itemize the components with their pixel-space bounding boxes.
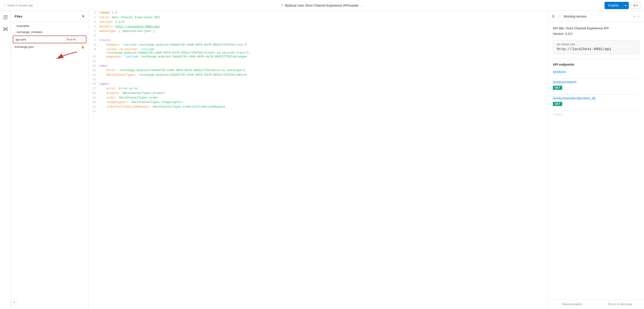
code-line-20: 20 shoppingCart: OmniChannelTypes.shoppi…	[88, 100, 548, 105]
chevron-right-icon: ›	[14, 24, 15, 27]
divider-2	[553, 78, 640, 78]
svg-point-5	[4, 28, 4, 28]
code-editor[interactable]: 1 #%RAML 1.0 2 title: Omni Channel Exper…	[88, 11, 548, 309]
svg-line-11	[4, 30, 5, 30]
code-line-14: 14 OmniChannelTypes: /exchange_modules/3…	[88, 73, 548, 78]
root-file-badge: Root file	[65, 37, 78, 42]
svg-point-7	[4, 30, 4, 31]
topbar: ✓ Saved 2 minutes ago ⑂ Mythical User Om…	[0, 0, 644, 11]
more-options-icon[interactable]: ⋮	[81, 38, 84, 41]
tree-item-api-raml[interactable]: api.raml Root file ⋮	[13, 36, 86, 43]
code-line-5: 5 mediaType: [ application/json ]	[88, 29, 548, 34]
code-line-7: 7 traits:	[88, 38, 548, 43]
tab-documentation[interactable]: Documentation	[548, 300, 596, 309]
right-panel: ☰ 🛡 Mocking service × — API title: Omni …	[548, 11, 644, 309]
file-tree: › examples › exchange_modules api.raml R…	[11, 22, 88, 309]
file-name-api-raml: api.raml	[16, 38, 64, 41]
right-panel-header: ☰ 🛡 Mocking service × —	[548, 11, 644, 22]
files-icon[interactable]	[2, 14, 9, 21]
topbar-left: ✓ Saved 2 minutes ago	[4, 4, 33, 7]
tree-item-examples[interactable]: › examples	[11, 23, 88, 29]
files-title: Files	[14, 14, 22, 18]
shield-icon: 🛡	[558, 14, 561, 18]
main-layout: Files + › examples › exchange_modules ap…	[0, 11, 644, 309]
settings-dropdown-arrow: ▾	[636, 4, 638, 7]
code-line-11: 11	[88, 59, 548, 64]
endpoint-path-products[interactable]: /products	[553, 70, 640, 74]
tree-item-exchange-json[interactable]: exchange.json 🔒	[11, 44, 88, 50]
topbar-center: ⑂ Mythical User Omni Channel Experience …	[281, 4, 363, 8]
code-line-6: 6	[88, 34, 548, 38]
code-line-1: 1 #%RAML 1.0	[88, 11, 548, 16]
endpoint-path-products-product-id[interactable]: /products/product/{product_id}	[553, 96, 640, 100]
endpoint-products: /products	[553, 70, 640, 74]
topbar-right: Publish ▾ ⚙ ▾	[604, 2, 640, 9]
endpoint-products-search: /products/search GET	[553, 80, 640, 90]
code-line-16: 16 types:	[88, 82, 548, 86]
code-line-12: 12 uses:	[88, 64, 548, 68]
endpoint-products-product-id: /products/product/{product_id} GET	[553, 96, 640, 106]
api-version-row: Version: 4.0.0	[553, 32, 640, 36]
file-panel-header: Files +	[11, 11, 88, 22]
code-line-3: 3 version: 4.0.0	[88, 20, 548, 24]
api-base-uri-box: API base URI http://localhost:8081/api	[553, 40, 640, 54]
version-label: Version:	[553, 32, 564, 36]
collapse-panel-button[interactable]: <	[11, 299, 17, 305]
api-info-section: API title: Omni Channel Experience API V…	[553, 26, 640, 36]
endpoint-path-products-search[interactable]: /products/search	[553, 80, 640, 84]
close-icon[interactable]: ×	[634, 14, 635, 18]
branch-dropdown-icon[interactable]: ⌄	[360, 4, 363, 7]
divider-3	[553, 94, 640, 94]
api-title-value: Omni Channel Experience API	[566, 26, 609, 30]
right-panel-header-left: ☰ 🛡 Mocking service	[552, 14, 586, 18]
tab-errors-warnings[interactable]: Errors & Warnings	[596, 300, 644, 309]
gear-icon: ⚙	[633, 4, 636, 7]
folder-name-exchange-modules: exchange_modules	[17, 30, 84, 34]
code-line-4: 4 baseUri: http://localhost:8081/api	[88, 24, 548, 29]
code-line-2: 2 title: Omni Channel Experience API	[88, 16, 548, 20]
project-name: Mythical User Omni Channel Experience AP…	[285, 4, 359, 7]
svg-point-8	[6, 30, 8, 31]
endpoints-section-title: API endpoints	[553, 63, 640, 66]
publish-dropdown-arrow[interactable]: ▾	[622, 2, 629, 9]
svg-line-10	[6, 28, 6, 29]
bottom-tabs: Documentation Errors & Warnings	[548, 300, 644, 309]
method-badge-get-1[interactable]: GET	[553, 86, 562, 90]
svg-point-6	[6, 28, 8, 28]
version-value: 4.0.0	[565, 32, 572, 36]
code-line-10: 10 pageable: !include /exchange_modules/…	[88, 55, 548, 59]
chevron-right-icon: ›	[14, 31, 15, 33]
right-panel-header-right: × —	[634, 14, 640, 18]
file-panel-wrapper: Files + › examples › exchange_modules ap…	[11, 11, 88, 309]
mocking-service-title: Mocking service	[564, 14, 586, 18]
lock-icon: 🔒	[81, 45, 84, 48]
code-line-8: 8 headers: !include /exchange_modules/3d…	[88, 43, 548, 48]
svg-line-9	[4, 28, 5, 29]
endpoint-path-orders[interactable]: /orders	[553, 112, 640, 116]
divider-1	[553, 59, 640, 59]
api-title-label: API title:	[553, 26, 565, 30]
icon-sidebar	[0, 11, 11, 309]
svg-line-12	[6, 30, 6, 30]
saved-status: Saved 2 minutes ago	[7, 4, 33, 7]
divider-4	[553, 110, 640, 111]
dash-icon[interactable]: —	[637, 14, 640, 18]
base-uri-label: API base URI	[557, 43, 636, 46]
code-line-18: 18 product: OmniChannelTypes.product	[88, 91, 548, 96]
graph-icon[interactable]	[2, 26, 9, 33]
publish-label: Publish	[604, 2, 622, 9]
endpoint-orders-partial: /orders	[553, 112, 640, 116]
file-panel: Files + › examples › exchange_modules ap…	[11, 11, 88, 309]
saved-check-icon: ✓	[4, 4, 6, 7]
settings-button[interactable]: ⚙ ▾	[630, 2, 640, 9]
code-line-15: 15	[88, 78, 548, 82]
base-uri-value: http://localhost:8081/api	[557, 47, 636, 51]
code-line-19: 19 order: OmniChannelTypes.order	[88, 96, 548, 100]
add-file-button[interactable]: +	[82, 14, 84, 19]
api-endpoints-section: API endpoints /products /products/search…	[553, 63, 640, 116]
publish-button[interactable]: Publish ▾	[604, 2, 629, 9]
method-badge-get-2[interactable]: GET	[553, 102, 562, 106]
folder-name-examples: examples	[17, 24, 84, 28]
hamburger-icon[interactable]: ☰	[552, 14, 555, 18]
tree-item-exchange-modules[interactable]: › exchange_modules	[11, 29, 88, 35]
